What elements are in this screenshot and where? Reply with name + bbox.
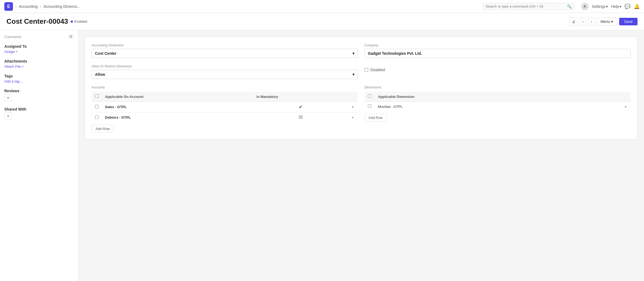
allow-or-restrict-chevron-icon: ▾ <box>352 72 354 77</box>
sidebar-comments: Comments 0 <box>4 35 74 39</box>
header-actions: 🖨 ‹ › Menu ▾ Save <box>569 18 638 26</box>
dim-col-action <box>621 92 631 102</box>
company-group: Company <box>364 43 631 58</box>
sidebar-reviews: Reviews + <box>4 89 74 102</box>
assign-action[interactable]: Assign + <box>4 50 74 54</box>
attachments-heading: Attachments <box>4 59 74 63</box>
accounting-dimension-label: Accounting Dimension <box>91 43 358 47</box>
accounts-select-all-header <box>92 92 102 102</box>
row2-mandatory <box>253 112 348 123</box>
add-shared-button[interactable]: + <box>4 112 12 120</box>
nav-breadcrumb-2[interactable]: Accounting Dimensi... <box>43 4 80 9</box>
settings-chevron-icon: ▾ <box>606 4 608 9</box>
company-label: Company <box>364 43 631 47</box>
accounts-select-all-checkbox[interactable] <box>95 94 99 98</box>
accounts-add-row-button[interactable]: Add Row <box>91 125 114 133</box>
nav-sep-1: › <box>15 4 17 9</box>
sidebar-tags: Tags Add a tag ... <box>4 74 74 83</box>
page-header: Cost Center-00043 Enabled 🖨 ‹ › Menu ▾ S… <box>0 13 644 30</box>
help-button[interactable]: Help ▾ <box>611 4 621 9</box>
top-nav: E › Accounting › Accounting Dimensi... 🔍… <box>0 0 644 13</box>
row2-arrow-icon[interactable]: ▾ <box>352 116 354 119</box>
dim-row1-arrow-icon[interactable]: ▾ <box>625 105 626 109</box>
search-input[interactable] <box>486 4 566 8</box>
company-input[interactable] <box>364 49 631 58</box>
accounts-col-mandatory: Is Mandatory <box>253 92 348 102</box>
next-button[interactable]: › <box>588 18 594 26</box>
menu-chevron-icon: ▾ <box>611 19 613 24</box>
allow-or-restrict-group: Allow Or Restrict Dimension Allow ▾ <box>91 64 358 79</box>
dim-row1-checkbox-cell <box>365 102 375 112</box>
accounting-dimension-chevron-icon: ▾ <box>352 51 354 56</box>
accounts-col-action <box>348 92 358 102</box>
accounting-dimension-group: Accounting Dimension Cost Center ▾ <box>91 43 358 58</box>
sidebar-attachments: Attachments Attach File + <box>4 59 74 68</box>
tags-heading: Tags <box>4 74 74 78</box>
dimensions-table: Applicable Dimension Mumbai - GTPL <box>364 91 631 112</box>
bell-icon-button[interactable]: 🔔 <box>634 4 640 9</box>
comments-count: 0 <box>68 35 74 39</box>
status-badge: Enabled <box>71 19 87 23</box>
disabled-group: Disabled <box>364 64 631 79</box>
accounts-section: Accounts Applicable On Account Is Mandat… <box>91 85 358 133</box>
main-layout: Comments 0 Assigned To Assign + Attachme… <box>0 30 644 281</box>
form-card: Accounting Dimension Cost Center ▾ Compa… <box>85 37 638 139</box>
dim-row1-checkbox[interactable] <box>368 104 371 108</box>
dim-select-all-checkbox[interactable] <box>368 94 371 98</box>
attach-plus-icon: + <box>22 64 24 68</box>
row2-account: Debtors - GTPL <box>102 112 253 123</box>
tables-grid: Accounts Applicable On Account Is Mandat… <box>91 85 631 133</box>
row2-dropdown[interactable]: ▾ <box>348 112 358 123</box>
dim-select-all-header <box>365 92 375 102</box>
nav-breadcrumb-1[interactable]: Accounting <box>19 4 38 9</box>
prev-button[interactable]: ‹ <box>580 18 586 26</box>
row2-checkbox[interactable] <box>95 115 99 119</box>
search-icon: 🔍 <box>567 4 572 9</box>
shared-with-heading: Shared With <box>4 107 74 111</box>
content-area: Accounting Dimension Cost Center ▾ Compa… <box>78 30 644 281</box>
attach-file-action[interactable]: Attach File + <box>4 64 74 68</box>
print-button[interactable]: 🖨 <box>569 18 578 26</box>
dimensions-add-row-button[interactable]: Add Row <box>364 114 387 122</box>
accounting-dimension-select[interactable]: Cost Center ▾ <box>91 49 358 58</box>
allow-or-restrict-label: Allow Or Restrict Dimension <box>91 64 358 68</box>
dim-col-dimension: Applicable Dimension <box>375 92 621 102</box>
allow-or-restrict-select[interactable]: Allow ▾ <box>91 70 358 79</box>
row1-arrow-icon[interactable]: ▾ <box>352 105 354 109</box>
page-title-area: Cost Center-00043 Enabled <box>6 17 87 26</box>
table-row: Debtors - GTPL ▾ <box>92 112 358 123</box>
row1-dropdown[interactable]: ▾ <box>348 102 358 112</box>
dimensions-section: Dimensions Applicable Dimension <box>364 85 631 133</box>
row2-checkbox-cell <box>92 112 102 123</box>
table-row: Mumbai - GTPL ▾ <box>365 102 631 112</box>
accounts-table: Applicable On Account Is Mandatory Sales… <box>91 91 358 123</box>
save-button[interactable]: Save <box>619 18 638 25</box>
menu-button[interactable]: Menu ▾ <box>596 18 617 26</box>
dim-row1-dropdown[interactable]: ▾ <box>621 102 631 112</box>
app-icon[interactable]: E <box>4 2 13 11</box>
status-dot <box>71 20 73 23</box>
row1-mandatory: ✔ <box>253 102 348 112</box>
sidebar-assigned-to: Assigned To Assign + <box>4 44 74 54</box>
dim-row1-value: Mumbai - GTPL <box>375 102 621 112</box>
accounts-col-account: Applicable On Account <box>102 92 253 102</box>
search-bar: 🔍 <box>483 3 575 10</box>
grey-box-icon <box>299 115 303 119</box>
assigned-to-heading: Assigned To <box>4 44 74 49</box>
chat-icon-button[interactable]: 💬 <box>625 4 631 9</box>
reviews-heading: Reviews <box>4 89 74 93</box>
form-grid-top: Accounting Dimension Cost Center ▾ Compa… <box>91 43 631 79</box>
add-tag-action[interactable]: Add a tag ... <box>4 79 74 83</box>
dimensions-section-label: Dimensions <box>364 85 631 89</box>
disabled-label[interactable]: Disabled <box>370 68 385 72</box>
add-review-button[interactable]: + <box>4 94 12 102</box>
row1-checkbox[interactable] <box>95 105 99 108</box>
avatar[interactable]: A <box>581 3 589 10</box>
row1-checkbox-cell <box>92 102 102 112</box>
disabled-checkbox[interactable] <box>364 68 368 72</box>
table-row: Sales - GTPL ✔ ▾ <box>92 102 358 112</box>
nav-right: A Settings ▾ Help ▾ 💬 🔔 <box>581 3 640 10</box>
disabled-checkbox-row: Disabled <box>364 64 631 72</box>
page-title: Cost Center-00043 <box>6 17 68 26</box>
settings-button[interactable]: Settings ▾ <box>592 4 608 9</box>
